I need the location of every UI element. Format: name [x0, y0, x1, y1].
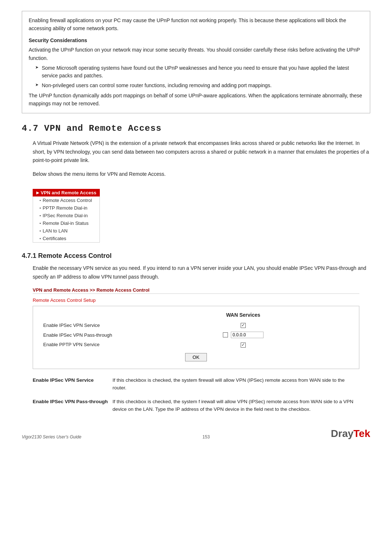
notice-box: Enabling firewall applications on your P… — [22, 11, 370, 113]
notice-bullets: Some Microsoft operating systems have fo… — [35, 64, 363, 89]
menu-item-2: IPSec Remote Dial-in — [33, 212, 99, 219]
row2-label: Enable PPTP VPN Service — [40, 340, 135, 349]
ipsec-vpn-service-checkbox[interactable] — [241, 323, 246, 328]
row2-control — [135, 340, 352, 349]
notice-para2: The UPnP function dynamically adds port … — [29, 92, 363, 108]
ipsec-passthrough-ip-input[interactable] — [231, 332, 264, 338]
brand-dray: Dray — [331, 428, 354, 439]
menu-item-5: Certificates — [33, 235, 99, 242]
footer: Vigor2130 Series User's Guide 153 DrayTe… — [22, 428, 370, 439]
row0-control — [135, 321, 352, 330]
config-table-wrapper: WAN Services Enable IPSec VPN Service En… — [33, 306, 359, 369]
section471-intro: Enable the necessary VPN service as you … — [33, 264, 370, 281]
menu-item-4: LAN to LAN — [33, 227, 99, 235]
menu-item-0: Remote Access Control — [33, 197, 99, 204]
menu-item-1: PPTP Remote Dial-in — [33, 204, 99, 212]
notice-para1: Enabling firewall applications on your P… — [29, 16, 363, 33]
row1-control — [135, 330, 352, 340]
menu-header: VPN and Remote Access — [33, 189, 100, 197]
menu-item-3: Remote Dial-in Status — [33, 219, 99, 227]
breadcrumb: VPN and Remote Access >> Remote Access C… — [33, 287, 370, 293]
footer-page-number: 153 — [203, 434, 210, 439]
desc-term-0: Enable IPSec VPN Service If this checkbo… — [33, 376, 359, 392]
footer-brand: DrayTek — [331, 428, 370, 439]
row0-label: Enable IPSec VPN Service — [40, 321, 135, 330]
security-para: Activating the UPnP function on your net… — [29, 46, 363, 62]
section47-menu-intro: Below shows the menu items for VPN and R… — [33, 170, 370, 179]
pptp-vpn-service-checkbox[interactable] — [241, 343, 246, 348]
footer-guide-title: Vigor2130 Series User's Guide — [22, 434, 81, 439]
section47-title: 4.7 VPN and Remote Access — [22, 123, 370, 133]
menu-items-list: Remote Access Control PPTP Remote Dial-i… — [33, 197, 100, 243]
bullet-2: Non-privileged users can control some ro… — [35, 82, 363, 89]
desc-def-0: If this checkbox is checked, the system … — [113, 376, 359, 392]
section47-intro: A Virtual Private Network (VPN) is the e… — [33, 139, 370, 165]
bullet-1: Some Microsoft operating systems have fo… — [35, 64, 363, 80]
ipsec-passthrough-checkbox[interactable] — [223, 332, 228, 337]
desc-label-1: Enable IPSec VPN Pass-through — [33, 398, 113, 413]
table-row: Enable IPSec VPN Pass-through — [40, 330, 352, 340]
col-wan-services: WAN Services — [135, 312, 352, 321]
row1-label: Enable IPSec VPN Pass-through — [40, 330, 135, 340]
setup-label: Remote Access Control Setup — [33, 297, 370, 303]
brand-tek: Tek — [354, 428, 370, 439]
desc-def-1: If this checkbox is checked, the system … — [113, 398, 359, 413]
descriptions-section: Enable IPSec VPN Service If this checkbo… — [33, 376, 359, 413]
vpn-menu-box: VPN and Remote Access Remote Access Cont… — [33, 189, 100, 243]
desc-term-1: Enable IPSec VPN Pass-through If this ch… — [33, 398, 359, 413]
ok-button[interactable]: OK — [185, 353, 207, 361]
table-row: Enable PPTP VPN Service — [40, 340, 352, 349]
config-table: WAN Services Enable IPSec VPN Service En… — [40, 312, 352, 349]
section471-title: 4.7.1 Remote Access Control — [22, 252, 370, 260]
breadcrumb-divider — [33, 293, 359, 294]
security-heading: Security Considerations — [29, 36, 363, 44]
col-empty — [40, 312, 135, 321]
ok-btn-row: OK — [40, 349, 352, 361]
table-row: Enable IPSec VPN Service — [40, 321, 352, 330]
desc-label-0: Enable IPSec VPN Service — [33, 376, 113, 392]
